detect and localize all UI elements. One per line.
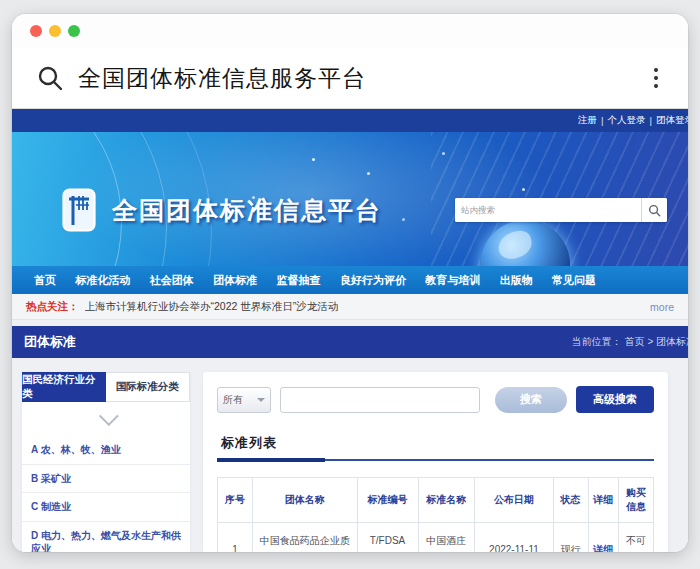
desktop-background: 全国团体标准信息服务平台 注册 | 个人登录 | 团体登录 xyxy=(0,0,700,569)
nav-item-publications[interactable]: 出版物 xyxy=(500,273,533,288)
breadcrumb-separator: > xyxy=(647,336,656,347)
tab-international-classification[interactable]: 国际标准分类 xyxy=(106,372,191,402)
zoom-button[interactable] xyxy=(68,25,80,37)
column-header-purchase: 购买信息 xyxy=(619,478,654,523)
group-login-link[interactable]: 团体登录 xyxy=(656,114,688,127)
category-item-utilities[interactable]: D 电力、热力、燃气及水生产和供应业 xyxy=(22,521,190,553)
hot-topic-bar: 热点关注： 上海市计算机行业协会举办“2022 世界标准日”沙龙活动 more xyxy=(12,294,688,320)
kebab-dot xyxy=(654,76,658,80)
nav-item-group-standards[interactable]: 团体标准 xyxy=(213,273,257,288)
table-header-row: 序号 团体名称 标准编号 标准名称 公布日期 状态 详细 购买信息 xyxy=(218,478,654,523)
nav-item-education[interactable]: 教育与培训 xyxy=(425,273,480,288)
search-button[interactable]: 搜索 xyxy=(495,387,567,413)
standard-list-header: 标准列表 xyxy=(217,433,654,461)
category-tabs: 国民经济行业分类 国际标准分类 xyxy=(22,372,190,402)
site-title: 全国团体标准信息平台 xyxy=(112,194,382,227)
address-bar-text[interactable]: 全国团体标准信息服务平台 xyxy=(78,63,648,94)
chevron-down-icon xyxy=(257,398,265,406)
banner-search-button[interactable] xyxy=(641,198,667,222)
standards-table: 序号 团体名称 标准编号 标准名称 公布日期 状态 详细 购买信息 1 xyxy=(217,477,654,552)
page-title: 团体标准 xyxy=(24,333,76,351)
window-titlebar xyxy=(12,14,688,48)
cell-name: 中国酒庄分级管理 xyxy=(418,523,475,553)
breadcrumb-label: 当前位置： xyxy=(572,336,622,347)
breadcrumb-home-link[interactable]: 首页 xyxy=(625,336,645,347)
kebab-dot xyxy=(654,68,658,72)
cell-status: 现行 xyxy=(553,523,588,553)
content-area: 国民经济行业分类 国际标准分类 A 农、林、牧、渔业 B 采矿业 C 制造业 D… xyxy=(12,358,688,552)
banner-search-box xyxy=(455,198,667,222)
category-expand-control[interactable] xyxy=(22,402,190,436)
filter-selected-value: 所有 xyxy=(223,393,243,407)
category-sidebar: 国民经济行业分类 国际标准分类 A 农、林、牧、渔业 B 采矿业 C 制造业 D… xyxy=(22,372,190,552)
advanced-search-button[interactable]: 高级搜索 xyxy=(576,386,654,413)
kebab-dot xyxy=(654,84,658,88)
cell-code: T/FDSA 032—2022 xyxy=(357,523,418,553)
search-icon xyxy=(648,204,661,217)
search-icon xyxy=(36,64,64,92)
nav-item-faq[interactable]: 常见问题 xyxy=(552,273,596,288)
column-header-code: 标准编号 xyxy=(357,478,418,523)
site-banner: 全国团体标准信息平台 xyxy=(12,132,688,266)
breadcrumb: 当前位置： 首页 > 团体标准 xyxy=(572,335,688,349)
category-list: A 农、林、牧、渔业 B 采矿业 C 制造业 D 电力、热力、燃气及水生产和供应… xyxy=(22,436,190,552)
hot-topic-headline[interactable]: 上海市计算机行业协会举办“2022 世界标准日”沙龙活动 xyxy=(85,300,641,314)
browser-address-bar[interactable]: 全国团体标准信息服务平台 xyxy=(12,48,688,108)
column-header-detail: 详细 xyxy=(588,478,619,523)
browser-menu-button[interactable] xyxy=(648,64,664,92)
column-header-name: 标准名称 xyxy=(418,478,475,523)
section-header-bar: 团体标准 当前位置： 首页 > 团体标准 xyxy=(12,326,688,358)
cell-no: 1 xyxy=(218,523,253,553)
more-link[interactable]: more xyxy=(650,301,674,313)
site-brand: 全国团体标准信息平台 xyxy=(62,188,382,232)
cell-org: 中国食品药品企业质量安全促进会 xyxy=(252,523,357,553)
column-header-date: 公布日期 xyxy=(475,478,553,523)
table-row: 1 中国食品药品企业质量安全促进会 T/FDSA 032—2022 中国酒庄分级… xyxy=(218,523,654,553)
register-link[interactable]: 注册 xyxy=(578,114,597,127)
column-header-no: 序号 xyxy=(218,478,253,523)
nav-item-good-behavior[interactable]: 良好行为评价 xyxy=(340,273,406,288)
column-header-status: 状态 xyxy=(553,478,588,523)
hot-topic-label: 热点关注： xyxy=(26,300,79,314)
cell-date: 2022-11-11 xyxy=(475,523,553,553)
category-item-mining[interactable]: B 采矿业 xyxy=(22,464,190,493)
banner-search-input[interactable] xyxy=(455,198,641,222)
standard-list-title: 标准列表 xyxy=(221,435,277,450)
nav-item-supervision[interactable]: 监督抽查 xyxy=(277,273,321,288)
nav-item-social-groups[interactable]: 社会团体 xyxy=(150,273,194,288)
account-topbar: 注册 | 个人登录 | 团体登录 xyxy=(12,109,688,132)
link-separator: | xyxy=(650,115,652,126)
main-panel: 所有 搜索 高级搜索 标准列表 xyxy=(203,372,668,552)
standard-search-row: 所有 搜索 高级搜索 xyxy=(217,386,654,413)
dots-decoration xyxy=(312,158,315,161)
column-header-org: 团体名称 xyxy=(252,478,357,523)
browser-window: 全国团体标准信息服务平台 注册 | 个人登录 | 团体登录 xyxy=(12,14,688,552)
main-nav: 首页 标准化活动 社会团体 团体标准 监督抽查 良好行为评价 教育与培训 出版物… xyxy=(12,266,688,294)
nav-item-standardization-activities[interactable]: 标准化活动 xyxy=(75,273,130,288)
breadcrumb-current: 团体标准 xyxy=(656,336,688,347)
search-filter-select[interactable]: 所有 xyxy=(217,387,271,413)
personal-login-link[interactable]: 个人登录 xyxy=(608,114,646,127)
chevron-down-icon xyxy=(99,406,119,426)
category-item-agriculture[interactable]: A 农、林、牧、渔业 xyxy=(22,436,190,464)
standard-search-input[interactable] xyxy=(280,387,480,413)
traffic-lights xyxy=(30,25,80,37)
nav-item-home[interactable]: 首页 xyxy=(34,273,56,288)
minimize-button[interactable] xyxy=(49,25,61,37)
link-separator: | xyxy=(601,115,603,126)
detail-link[interactable]: 详细 xyxy=(593,544,613,552)
platform-logo-icon xyxy=(62,188,96,232)
tab-national-economy-classification[interactable]: 国民经济行业分类 xyxy=(22,372,106,402)
close-button[interactable] xyxy=(30,25,42,37)
category-item-manufacturing[interactable]: C 制造业 xyxy=(22,492,190,521)
cell-purchase: 不可出售 xyxy=(619,523,654,553)
